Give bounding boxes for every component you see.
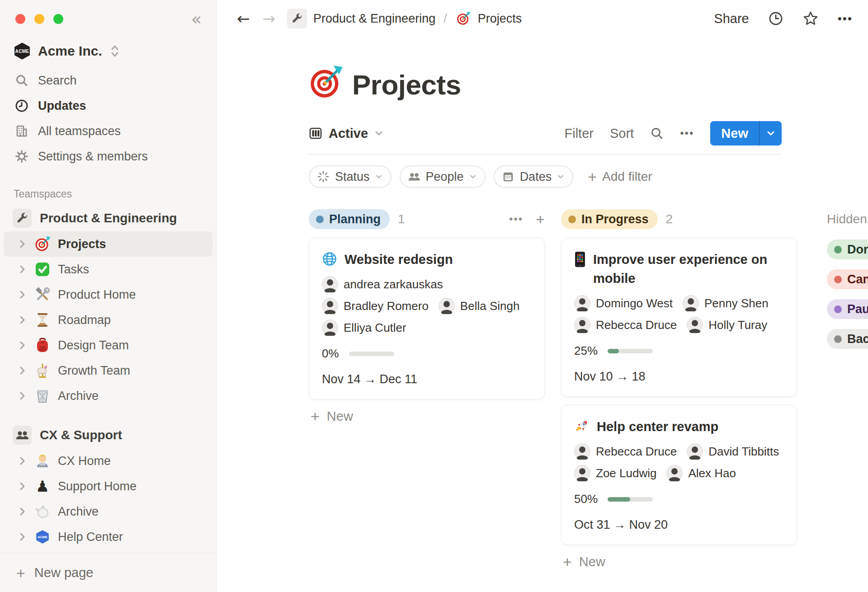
sidebar-item-archive-pe[interactable]: Archive xyxy=(4,383,212,409)
more-options-icon[interactable]: ••• xyxy=(838,12,853,26)
chevron-right-icon[interactable] xyxy=(17,532,27,542)
sidebar-item-archive-cx[interactable]: Archive xyxy=(4,499,212,524)
chevron-right-icon[interactable] xyxy=(17,507,27,517)
clock-icon[interactable] xyxy=(768,11,783,26)
status-filter-chip[interactable]: Status xyxy=(309,165,392,188)
chevron-right-icon[interactable] xyxy=(17,391,27,401)
breadcrumb-page[interactable]: Projects xyxy=(478,12,522,26)
sidebar-item-updates[interactable]: Updates xyxy=(0,93,216,118)
column-add-icon[interactable]: + xyxy=(536,211,545,227)
avatar xyxy=(574,317,590,333)
view-toolbar: Active Filter Sort ••• New xyxy=(309,121,782,146)
toolbar-divider xyxy=(309,154,782,155)
column-more-icon[interactable]: ••• xyxy=(509,213,523,226)
workspace-name: Acme Inc. xyxy=(38,43,102,59)
teamspace-cx-support[interactable]: CX & Support xyxy=(0,422,216,448)
hidden-badge-backlog[interactable]: Backlog xyxy=(827,329,868,349)
sort-button[interactable]: Sort xyxy=(610,126,634,141)
people-filter-chip[interactable]: People xyxy=(400,165,486,188)
chevron-right-icon[interactable] xyxy=(17,264,27,274)
sidebar-item-cx-home[interactable]: CX Home xyxy=(4,448,212,474)
new-page-button[interactable]: + New page xyxy=(0,553,216,592)
chevron-right-icon[interactable] xyxy=(17,340,27,350)
add-card-button[interactable]: + New xyxy=(309,409,545,424)
share-button[interactable]: Share xyxy=(714,11,749,26)
view-more-icon[interactable]: ••• xyxy=(680,127,694,140)
status-dot xyxy=(834,335,842,343)
status-label: Done xyxy=(847,243,868,257)
nav-back-button[interactable]: ← xyxy=(237,11,250,26)
sidebar-item-roadmap[interactable]: Roadmap xyxy=(4,307,212,333)
project-card-improve-mobile-ux[interactable]: Improve user experience on mobile Doming… xyxy=(561,238,797,397)
hidden-badge-done[interactable]: Done xyxy=(827,240,868,259)
chevron-right-icon[interactable] xyxy=(17,239,27,249)
window-close-button[interactable] xyxy=(15,14,25,24)
nav-forward-button[interactable]: → xyxy=(263,11,276,26)
avatar xyxy=(687,443,703,460)
progress-label: 0% xyxy=(322,347,339,361)
search-icon[interactable] xyxy=(650,127,664,140)
sidebar-item-projects[interactable]: Projects xyxy=(4,231,212,257)
person-name: Bradley Romero xyxy=(344,299,429,313)
breadcrumb-target-icon xyxy=(456,11,471,26)
new-button-dropdown[interactable] xyxy=(759,121,782,146)
view-switcher[interactable]: Active xyxy=(309,126,383,141)
sidebar-item-all-teamspaces[interactable]: All teamspaces xyxy=(0,118,216,144)
sidebar-item-growth-team[interactable]: Growth Team xyxy=(4,358,212,383)
status-label: Backlog xyxy=(847,332,868,346)
hourglass-icon xyxy=(33,312,52,328)
chevron-right-icon[interactable] xyxy=(17,481,27,491)
sidebar-item-settings[interactable]: Settings & members xyxy=(0,144,216,169)
sidebar-item-label: Search xyxy=(38,74,77,88)
chevron-right-icon[interactable] xyxy=(17,366,27,376)
new-button[interactable]: New xyxy=(710,121,782,146)
breadcrumb-wrench-icon[interactable] xyxy=(287,9,307,28)
card-people: Domingo West Penny Shen Rebecca Druce xyxy=(574,295,784,333)
status-dot xyxy=(568,216,576,223)
building-icon xyxy=(14,124,30,138)
project-card-help-center-revamp[interactable]: Help center revamp Rebecca Druce David T… xyxy=(561,405,797,545)
sidebar-item-product-home[interactable]: Product Home xyxy=(4,282,212,307)
project-card-website-redesign[interactable]: Website redesign andrea zarkauskas Bradl… xyxy=(309,238,545,399)
status-badge-in-progress[interactable]: In Progress xyxy=(561,209,658,229)
sidebar-item-support-home[interactable]: ♟ Support Home xyxy=(4,474,212,499)
page-title[interactable]: Projects xyxy=(352,70,461,99)
sidebar-item-design-team[interactable]: Design Team xyxy=(4,333,212,358)
status-badge-planning[interactable]: Planning xyxy=(309,209,390,229)
person-name: andrea zarkauskas xyxy=(344,277,443,291)
teamspace-product-engineering[interactable]: Product & Engineering xyxy=(0,205,216,231)
sidebar-item-search[interactable]: Search xyxy=(0,68,216,93)
sidebar-collapse-icon[interactable]: « xyxy=(191,10,202,28)
people-icon xyxy=(408,170,420,183)
window-zoom-button[interactable] xyxy=(53,14,63,24)
sidebar-item-tasks[interactable]: Tasks xyxy=(4,257,212,282)
filter-button[interactable]: Filter xyxy=(565,126,594,141)
avatar xyxy=(574,443,590,460)
progress-fill xyxy=(608,497,630,502)
target-icon xyxy=(33,236,52,252)
filter-chip-label: Status xyxy=(335,170,370,184)
hidden-badge-paused[interactable]: Paused xyxy=(827,299,868,319)
sidebar-item-label: Tasks xyxy=(58,263,89,277)
dates-filter-chip[interactable]: Dates xyxy=(494,165,574,188)
globe-icon xyxy=(322,251,337,269)
person-chip: Bradley Romero xyxy=(322,298,429,314)
chevron-right-icon[interactable] xyxy=(17,456,27,466)
person-chip: Zoe Ludwig xyxy=(574,465,656,481)
window-minimize-button[interactable] xyxy=(34,14,44,24)
avatar xyxy=(322,319,338,336)
sidebar-item-help-center[interactable]: ACME Help Center xyxy=(4,524,212,550)
plus-icon: + xyxy=(563,554,572,569)
workspace-switcher[interactable]: ACME Acme Inc. xyxy=(0,38,216,64)
avatar xyxy=(574,465,590,481)
breadcrumb-teamspace[interactable]: Product & Engineering xyxy=(313,12,435,26)
new-button-label[interactable]: New xyxy=(710,121,759,146)
star-icon[interactable] xyxy=(802,10,819,27)
person-chip: Rebecca Druce xyxy=(574,317,677,333)
chevron-right-icon[interactable] xyxy=(17,315,27,325)
hidden-badge-canceled[interactable]: Canceled xyxy=(827,269,868,289)
column-header: In Progress 2 xyxy=(561,209,797,230)
chevron-right-icon[interactable] xyxy=(17,290,27,300)
add-filter-button[interactable]: + Add filter xyxy=(588,169,652,184)
add-card-button[interactable]: + New xyxy=(561,554,797,569)
